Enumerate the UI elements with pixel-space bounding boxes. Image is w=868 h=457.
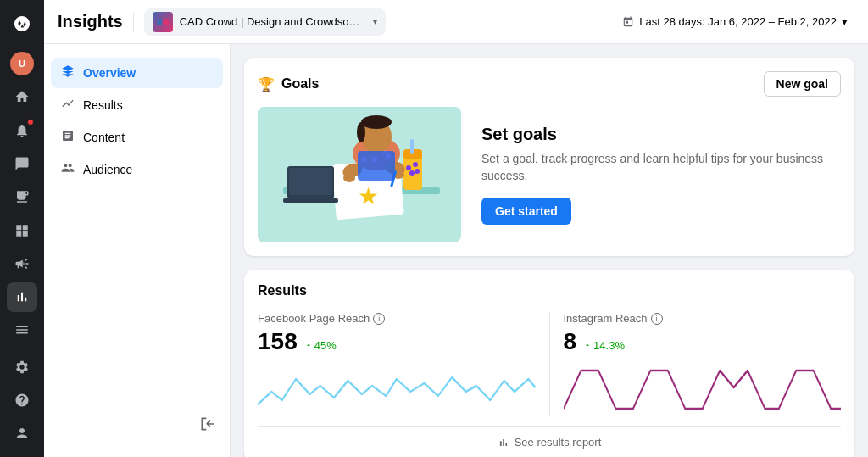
svg-point-14: [409, 170, 415, 176]
sidebar-item-audience[interactable]: Audience: [51, 154, 223, 185]
goals-content: ★: [258, 107, 841, 242]
instagram-value: 8: [564, 328, 577, 355]
meta-logo: [7, 8, 37, 38]
trophy-icon: 🏆: [258, 76, 275, 92]
audience-icon: [61, 161, 75, 178]
get-started-button[interactable]: Get started: [481, 198, 571, 225]
sidebar-item-content-label: Content: [83, 131, 125, 144]
results-heading: Results: [258, 283, 841, 298]
nav-bell[interactable]: [7, 115, 37, 145]
svg-rect-8: [283, 198, 338, 203]
nav-insights[interactable]: [7, 282, 37, 312]
goals-header: 🏆 Goals New goal: [258, 71, 841, 97]
instagram-metric: Instagram Reach i 8 14.3%: [564, 312, 842, 416]
set-goals-heading: Set goals: [481, 125, 841, 144]
instagram-chart: [564, 362, 842, 413]
content-area: 🏆 Goals New goal ★: [231, 44, 868, 457]
page-chevron-icon: ▾: [373, 17, 377, 26]
facebook-metric: Facebook Page Reach i 158 45%: [258, 312, 536, 416]
main-area: Overview Results Content Audience: [44, 44, 868, 457]
goals-text: Set goals Set a goal, track progress and…: [481, 125, 841, 225]
top-bar: Insights CAD Crowd | Design and Crowdsou…: [44, 0, 868, 44]
svg-point-28: [361, 115, 392, 129]
goals-illustration: ★: [258, 107, 461, 242]
nav-news[interactable]: [7, 182, 37, 212]
instagram-change: 14.3%: [583, 339, 625, 352]
collapse-sidebar-icon[interactable]: [199, 415, 216, 437]
sidebar-item-results[interactable]: Results: [51, 90, 223, 120]
date-range-label: Last 28 days: Jan 6, 2022 – Feb 2, 2022: [639, 15, 837, 28]
nav-profile-bottom[interactable]: [7, 419, 37, 449]
facebook-info-icon[interactable]: i: [373, 313, 385, 325]
sidebar-item-overview-label: Overview: [83, 66, 136, 80]
sidebar: Overview Results Content Audience: [44, 44, 231, 457]
nav-settings[interactable]: [7, 352, 37, 382]
instagram-label: Instagram Reach i: [564, 312, 842, 325]
facebook-label: Facebook Page Reach i: [258, 312, 536, 325]
overview-icon: [61, 64, 75, 81]
facebook-change: 45%: [304, 339, 337, 352]
set-goals-description: Set a goal, track progress and learn hel…: [481, 151, 841, 184]
nav-rail: U: [0, 0, 44, 457]
nav-home[interactable]: [7, 82, 37, 112]
date-range-chevron-icon: ▾: [842, 15, 848, 28]
nav-grid[interactable]: [7, 215, 37, 245]
sidebar-item-audience-label: Audience: [83, 163, 132, 176]
facebook-value-row: 158 45%: [258, 328, 536, 355]
content-icon: [61, 129, 75, 146]
nav-menu[interactable]: [7, 315, 37, 345]
page-selector[interactable]: CAD Crowd | Design and Crowdsourcing Con…: [144, 8, 386, 36]
see-results-button[interactable]: See results report: [258, 426, 841, 449]
svg-rect-7: [289, 168, 332, 195]
results-card: Results Facebook Page Reach i 158 45%: [244, 270, 854, 457]
facebook-value: 158: [258, 328, 298, 355]
svg-point-13: [413, 162, 418, 167]
svg-text:★: ★: [358, 183, 379, 209]
top-bar-divider: [133, 12, 134, 32]
nav-help[interactable]: [7, 385, 37, 415]
new-goal-button[interactable]: New goal: [764, 71, 841, 97]
sidebar-footer: [51, 409, 223, 443]
instagram-info-icon[interactable]: i: [651, 313, 663, 325]
svg-point-29: [357, 122, 365, 142]
svg-point-1: [162, 19, 169, 25]
instagram-value-row: 8 14.3%: [564, 328, 842, 355]
nav-chat[interactable]: [7, 148, 37, 178]
svg-point-15: [415, 169, 420, 174]
page-name: CAD Crowd | Design and Crowdsourcing Con…: [180, 15, 366, 28]
goals-card: 🏆 Goals New goal ★: [244, 58, 854, 256]
sidebar-item-overview[interactable]: Overview: [51, 58, 223, 88]
metric-divider: [549, 312, 550, 416]
facebook-chart: [258, 362, 536, 413]
sidebar-item-results-label: Results: [83, 98, 123, 112]
date-range-selector[interactable]: Last 28 days: Jan 6, 2022 – Feb 2, 2022 …: [615, 12, 854, 31]
goals-title: 🏆 Goals: [258, 76, 319, 92]
svg-point-12: [406, 165, 411, 170]
results-icon: [61, 97, 75, 114]
sidebar-item-content[interactable]: Content: [51, 122, 223, 153]
svg-rect-11: [410, 139, 414, 154]
page-title: Insights: [58, 12, 123, 31]
results-metrics: Facebook Page Reach i 158 45%: [258, 312, 841, 416]
svg-rect-30: [358, 151, 395, 181]
nav-user-avatar[interactable]: U: [7, 48, 37, 78]
page-icon: [153, 12, 173, 32]
nav-megaphone[interactable]: [7, 248, 37, 278]
svg-point-24: [343, 174, 355, 182]
